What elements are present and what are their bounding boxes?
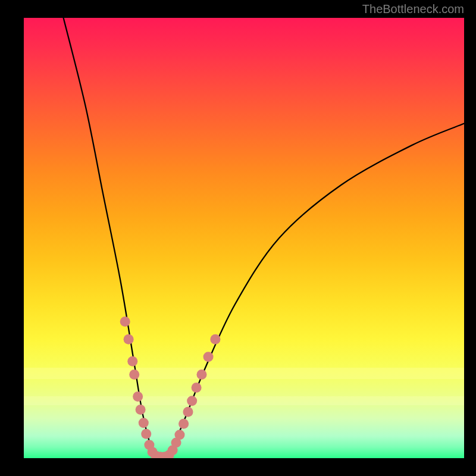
curve-svg [24, 18, 464, 458]
chart-frame: TheBottleneck.com [0, 0, 476, 476]
data-dot [192, 383, 202, 393]
data-dot [196, 369, 206, 380]
data-dot [183, 407, 193, 417]
data-dot [203, 352, 214, 362]
data-dot [120, 317, 130, 327]
bottleneck-curve [64, 18, 464, 458]
data-dots-group [120, 317, 221, 458]
data-dot [141, 429, 151, 439]
data-dot [129, 369, 139, 380]
data-dot [178, 419, 189, 429]
data-dot [187, 396, 197, 406]
plot-area [24, 18, 464, 458]
data-dot [136, 405, 146, 415]
data-dot [139, 418, 149, 428]
data-dot [124, 334, 134, 345]
data-dot [174, 430, 184, 440]
data-dot [133, 392, 143, 402]
data-dot [210, 334, 220, 345]
watermark-text: TheBottleneck.com [362, 2, 464, 16]
data-dot [127, 356, 137, 367]
